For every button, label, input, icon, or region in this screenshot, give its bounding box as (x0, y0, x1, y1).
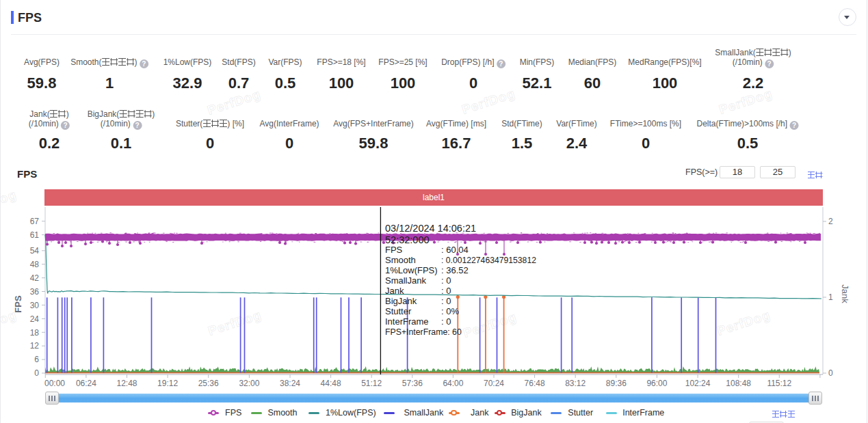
svg-text:06:24: 06:24 (76, 379, 96, 388)
svg-text:115:12: 115:12 (767, 379, 791, 388)
svg-text:42: 42 (30, 273, 40, 283)
svg-text:1%Low(FPS): 1%Low(FPS) (385, 265, 438, 275)
svg-text:: 0: : 0 (441, 316, 451, 327)
svg-text:6: 6 (34, 355, 39, 364)
svg-text:SmallJank: SmallJank (385, 275, 426, 286)
svg-text:64:00: 64:00 (443, 379, 463, 388)
svg-text:25:36: 25:36 (198, 379, 219, 388)
svg-text:BigJank: BigJank (385, 296, 417, 306)
svg-text:76:48: 76:48 (525, 379, 545, 388)
svg-text:70:24: 70:24 (484, 379, 504, 388)
svg-text:: 0: : 0 (441, 296, 451, 306)
svg-text:89:36: 89:36 (606, 379, 627, 388)
svg-text:19:12: 19:12 (157, 379, 178, 388)
svg-text:12: 12 (30, 341, 40, 351)
svg-text:54: 54 (30, 246, 40, 256)
svg-text:48: 48 (30, 260, 40, 269)
svg-text:0: 0 (828, 368, 833, 378)
svg-text:Jank: Jank (385, 286, 404, 296)
svg-text:24: 24 (30, 314, 40, 324)
svg-text:03/12/2024 14:06:21: 03/12/2024 14:06:21 (385, 223, 476, 234)
svg-text:44:48: 44:48 (321, 379, 341, 388)
svg-text:: 0%: : 0% (441, 306, 459, 316)
svg-text:1: 1 (828, 292, 833, 302)
svg-text:36: 36 (30, 287, 40, 297)
svg-text:: 60.04: : 60.04 (441, 245, 469, 255)
svg-text:InterFrame: InterFrame (385, 316, 429, 327)
svg-text:Stutter: Stutter (385, 306, 412, 316)
svg-text:2: 2 (828, 217, 833, 226)
svg-text:: 36.52: : 36.52 (441, 265, 469, 275)
svg-text:83:12: 83:12 (565, 379, 586, 388)
svg-text:38:24: 38:24 (280, 379, 300, 388)
svg-text:18: 18 (30, 328, 40, 338)
svg-text:52:32:000: 52:32:000 (385, 234, 430, 245)
svg-text:Jank: Jank (840, 284, 850, 303)
svg-text:61: 61 (30, 230, 40, 240)
svg-text:57:36: 57:36 (402, 379, 423, 388)
svg-text:00:00: 00:00 (44, 379, 65, 388)
svg-text:Smooth: Smooth (385, 255, 416, 265)
svg-text:96:00: 96:00 (646, 379, 667, 388)
svg-text:FPS+InterFrame: 60: FPS+InterFrame: 60 (385, 327, 462, 337)
svg-text:0: 0 (34, 368, 39, 378)
svg-text:12:48: 12:48 (116, 379, 137, 388)
svg-text:: 0: : 0 (441, 286, 451, 296)
svg-text:FPS: FPS (385, 245, 403, 255)
svg-text:: 0: : 0 (441, 275, 451, 286)
svg-text:: 0.001227463479153812: : 0.001227463479153812 (441, 256, 536, 265)
svg-text:51:12: 51:12 (361, 379, 382, 388)
svg-text:FPS: FPS (13, 295, 23, 313)
svg-text:32:00: 32:00 (239, 379, 259, 388)
svg-text:102:24: 102:24 (685, 379, 711, 388)
svg-text:30: 30 (30, 301, 40, 310)
svg-text:label1: label1 (423, 193, 445, 202)
svg-text:67: 67 (30, 217, 40, 226)
svg-text:108:48: 108:48 (726, 379, 751, 388)
